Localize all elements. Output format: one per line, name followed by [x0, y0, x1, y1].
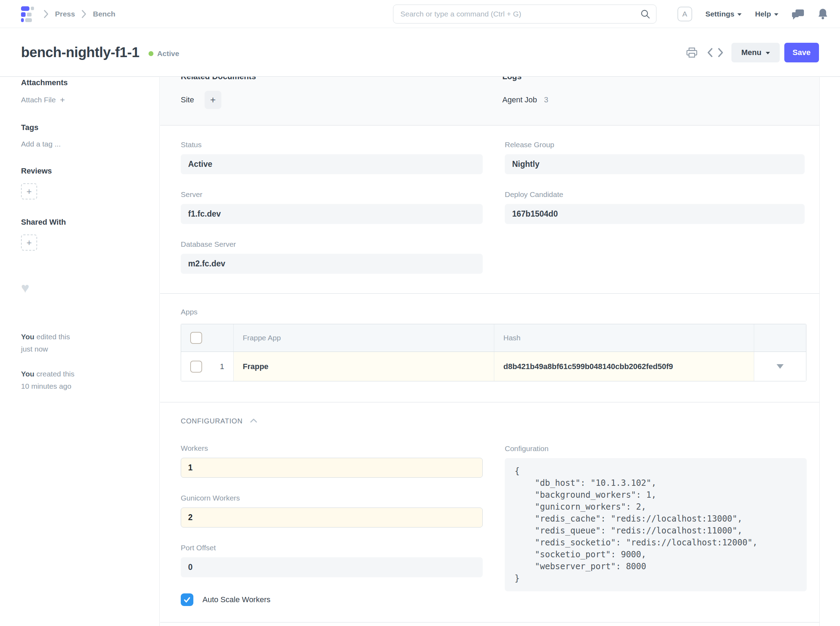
- plus-icon: +: [26, 186, 31, 197]
- auto-scale-workers-field: Auto Scale Workers: [181, 593, 483, 606]
- add-tag-button[interactable]: Add a tag ...: [21, 140, 61, 148]
- site-link[interactable]: Site: [181, 95, 194, 105]
- port-offset-field: Port Offset 0: [181, 544, 483, 577]
- search-input[interactable]: [393, 5, 656, 23]
- add-review-button[interactable]: +: [21, 183, 37, 199]
- release-group-field: Release Group Nightly: [505, 141, 805, 174]
- chevron-right-icon: [81, 9, 86, 19]
- add-share-button[interactable]: +: [21, 235, 37, 250]
- save-button[interactable]: Save: [784, 43, 819, 63]
- navbar-right: A Settings Help: [678, 0, 828, 28]
- settings-label: Settings: [706, 10, 735, 18]
- status-indicator-label: Active: [157, 49, 180, 58]
- attach-file-button[interactable]: Attach File +: [21, 95, 65, 105]
- form-dashboard: Related Documents Site + Logs Agent Job …: [160, 77, 819, 125]
- apps-table: Frappe App Hash 1 Frappe d8b421b49a8bf61…: [181, 324, 806, 381]
- avatar-letter: A: [682, 10, 687, 18]
- row-dropdown-icon[interactable]: [777, 364, 784, 369]
- edited-when: just now: [21, 345, 48, 353]
- table-header-frappe-app: Frappe App: [234, 324, 494, 352]
- new-site-button[interactable]: +: [205, 91, 222, 109]
- database-server-field: Database Server m2.fc.dev: [181, 240, 483, 274]
- status-indicator-dot: [148, 51, 153, 56]
- chevron-right-icon: [44, 9, 49, 19]
- created-who: You: [21, 370, 34, 378]
- gunicorn-workers-field: Gunicorn Workers 2: [181, 494, 483, 527]
- form-column: Related Documents Site + Logs Agent Job …: [160, 77, 820, 626]
- page-title: bench-nightly-f1-1: [21, 44, 139, 60]
- next-document-chevron-right-icon[interactable]: [718, 48, 724, 58]
- apps-section: Apps Frappe App Hash 1 Frappe d: [160, 294, 819, 402]
- help-menu[interactable]: Help: [755, 10, 778, 18]
- edited-entry: You edited this just now: [21, 330, 145, 355]
- apps-section-label: Apps: [181, 308, 819, 316]
- content-area: Attachments Attach File + Tags Add a tag…: [0, 77, 840, 626]
- chat-icon[interactable]: [792, 8, 804, 20]
- gunicorn-workers-input[interactable]: 2: [181, 507, 483, 527]
- deploy-candidate-value[interactable]: 167b1504d0: [505, 204, 805, 224]
- auto-scale-workers-label: Auto Scale Workers: [203, 595, 270, 604]
- configuration-section: CONFIGURATION Workers 1 Gunicorn Workers: [160, 402, 819, 623]
- table-cell-hash[interactable]: d8b421b49a8bf61c599b048140cbb2062fed50f9: [494, 352, 754, 381]
- agent-job-link[interactable]: Agent Job: [502, 95, 537, 105]
- reviews-heading: Reviews: [21, 166, 145, 175]
- app-screen: Press Bench A Settings Help: [0, 0, 840, 626]
- edited-who: You: [21, 333, 34, 341]
- database-server-value[interactable]: m2.fc.dev: [181, 254, 483, 274]
- details-section: Status Active Server f1.fc.dev Database …: [160, 125, 819, 294]
- form-main: Related Documents Site + Logs Agent Job …: [160, 77, 840, 626]
- attach-file-label: Attach File: [21, 96, 56, 104]
- menu-button-label: Menu: [741, 48, 761, 57]
- configuration-json-label: Configuration: [505, 444, 807, 453]
- attachments-heading: Attachments: [21, 78, 145, 87]
- table-cell-frappe-app[interactable]: Frappe: [234, 352, 494, 381]
- edited-action: edited this: [36, 333, 70, 341]
- agent-job-count: 3: [544, 95, 548, 105]
- frappe-logo-icon[interactable]: [21, 6, 37, 22]
- navbar: Press Bench A Settings Help: [0, 0, 840, 28]
- table-cell-actions: [754, 352, 806, 381]
- menu-button[interactable]: Menu: [731, 43, 779, 63]
- table-header-actions: [754, 324, 806, 352]
- status-value[interactable]: Active: [181, 154, 483, 174]
- like-heart-icon[interactable]: ♥: [21, 281, 145, 295]
- breadcrumb-item-press[interactable]: Press: [55, 10, 75, 18]
- created-when: 10 minutes ago: [21, 382, 72, 390]
- breadcrumb: Press Bench: [21, 0, 115, 28]
- status-label: Status: [181, 141, 483, 149]
- tags-heading: Tags: [21, 123, 145, 132]
- breadcrumb-item-bench[interactable]: Bench: [93, 10, 115, 18]
- plus-icon: +: [60, 95, 65, 105]
- created-action: created this: [36, 370, 75, 378]
- server-value[interactable]: f1.fc.dev: [181, 204, 483, 224]
- activity-log: You edited this just now You created thi…: [21, 330, 145, 392]
- release-group-value[interactable]: Nightly: [505, 154, 805, 174]
- port-offset-value[interactable]: 0: [181, 557, 483, 577]
- configuration-json-block: { "db_host": "10.1.3.102", "background_w…: [505, 458, 807, 591]
- deploy-candidate-label: Deploy Candidate: [505, 190, 805, 199]
- shared-with-heading: Shared With: [21, 218, 145, 227]
- deploy-candidate-field: Deploy Candidate 167b1504d0: [505, 190, 805, 224]
- table-header-hash: Hash: [494, 324, 754, 352]
- status-field: Status Active: [181, 141, 483, 174]
- auto-scale-workers-checkbox[interactable]: [181, 593, 194, 606]
- workers-label: Workers: [181, 444, 483, 452]
- port-offset-label: Port Offset: [181, 544, 483, 552]
- row-index: 1: [220, 362, 224, 371]
- page-head: bench-nightly-f1-1 Active Menu: [0, 28, 840, 77]
- notifications-bell-icon[interactable]: [818, 8, 828, 20]
- table-row-select-cell: 1: [181, 352, 234, 381]
- select-all-checkbox[interactable]: [190, 332, 202, 344]
- release-group-label: Release Group: [505, 141, 805, 149]
- print-icon[interactable]: [686, 47, 698, 58]
- avatar[interactable]: A: [678, 7, 692, 21]
- prev-document-chevron-left-icon[interactable]: [707, 48, 713, 58]
- chevron-down-icon: [737, 13, 742, 16]
- table-header-select: [181, 324, 234, 352]
- settings-menu[interactable]: Settings: [706, 10, 742, 18]
- chevron-up-icon: [250, 418, 258, 424]
- configuration-section-toggle[interactable]: CONFIGURATION: [181, 417, 819, 425]
- row-checkbox[interactable]: [190, 361, 202, 372]
- workers-field: Workers 1: [181, 444, 483, 478]
- workers-input[interactable]: 1: [181, 458, 483, 478]
